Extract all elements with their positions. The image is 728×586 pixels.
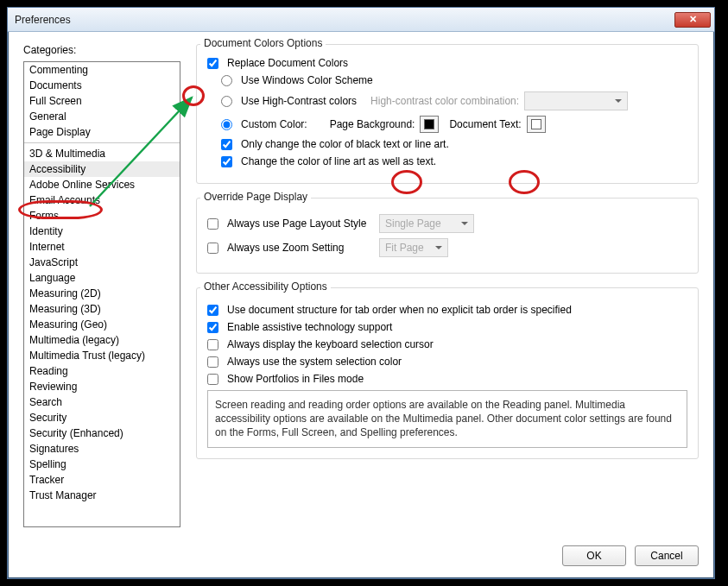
- label-portfolios: Show Portfolios in Files mode: [227, 373, 364, 385]
- swatch-page-background-color: [424, 119, 434, 129]
- list-item[interactable]: General: [24, 109, 180, 124]
- info-text: Screen reading and reading order options…: [207, 390, 687, 448]
- list-item[interactable]: Full Screen: [24, 93, 180, 109]
- cancel-button[interactable]: Cancel: [635, 545, 699, 566]
- radio-high-contrast[interactable]: [221, 96, 232, 107]
- list-item[interactable]: Search: [24, 394, 180, 410]
- list-item[interactable]: Measuring (2D): [24, 286, 180, 301]
- row-only-black: Only change the color of black text or l…: [221, 138, 687, 150]
- list-item[interactable]: Multimedia Trust (legacy): [24, 348, 180, 363]
- checkbox-layout[interactable]: [207, 218, 218, 230]
- label-zoom: Always use Zoom Setting: [227, 242, 374, 254]
- separator: [24, 142, 180, 143]
- group-legend: Document Colors Options: [200, 37, 326, 49]
- titlebar: Preferences ✕: [8, 8, 714, 32]
- row-sys-sel: Always use the system selection color: [207, 356, 687, 368]
- checkbox-portfolios[interactable]: [207, 374, 218, 385]
- list-item[interactable]: Page Display: [24, 124, 180, 140]
- close-button[interactable]: ✕: [674, 12, 711, 28]
- group-legend: Other Accessibility Options: [200, 280, 331, 293]
- ok-button[interactable]: OK: [562, 545, 626, 566]
- list-item[interactable]: Tracker: [24, 472, 180, 488]
- list-item[interactable]: Spelling: [24, 457, 180, 472]
- row-zoom: Always use Zoom Setting Fit Page: [207, 238, 687, 257]
- list-item[interactable]: Email Accounts: [24, 192, 180, 208]
- checkbox-replace-colors[interactable]: [207, 58, 218, 69]
- row-use-windows: Use Windows Color Scheme: [221, 74, 687, 86]
- list-item[interactable]: Reviewing: [24, 379, 180, 394]
- label-replace-colors: Replace Document Colors: [227, 57, 348, 69]
- settings-column: Document Colors Options Replace Document…: [196, 44, 699, 533]
- row-line-art: Change the color of line art as well as …: [221, 155, 687, 167]
- list-item[interactable]: Signatures: [24, 441, 180, 457]
- list-item[interactable]: Multimedia (legacy): [24, 332, 180, 348]
- close-icon: ✕: [689, 14, 697, 25]
- row-assistive: Enable assistive technology support: [207, 321, 687, 333]
- content-area: Categories: CommentingDocumentsFull Scre…: [8, 32, 714, 578]
- row-portfolios: Show Portfolios in Files mode: [207, 373, 687, 385]
- list-item[interactable]: Internet: [24, 239, 180, 255]
- list-item[interactable]: Measuring (Geo): [24, 317, 180, 332]
- label-line-art: Change the color of line art as well as …: [241, 155, 436, 167]
- swatch-document-text-color: [531, 119, 541, 129]
- row-custom-color: Custom Color: Page Background: Document …: [221, 116, 687, 133]
- list-item[interactable]: Forms: [24, 208, 180, 224]
- label-high-contrast: Use High-Contrast colors: [241, 95, 357, 107]
- row-tab-order: Use document structure for tab order whe…: [207, 304, 687, 316]
- preferences-window: Preferences ✕ Categories: CommentingDocu…: [7, 7, 715, 579]
- combo-zoom[interactable]: Fit Page: [379, 238, 448, 257]
- checkbox-tab-order[interactable]: [207, 305, 218, 316]
- list-item[interactable]: Language: [24, 270, 180, 286]
- list-item[interactable]: Security: [24, 410, 180, 425]
- list-item[interactable]: Measuring (3D): [24, 301, 180, 317]
- categories-label: Categories:: [23, 44, 180, 56]
- checkbox-assistive[interactable]: [207, 322, 218, 333]
- list-item[interactable]: Commenting: [24, 62, 180, 78]
- list-item[interactable]: Adobe Online Services: [24, 177, 180, 192]
- label-windows-scheme: Use Windows Color Scheme: [241, 74, 373, 86]
- radio-windows-scheme[interactable]: [221, 75, 232, 86]
- label-high-contrast-combo: High-contrast color combination:: [370, 95, 519, 107]
- label-page-bg: Page Background:: [330, 118, 415, 130]
- label-sys-sel: Always use the system selection color: [227, 356, 402, 368]
- combo-zoom-value: Fit Page: [385, 242, 424, 254]
- list-item[interactable]: Trust Manager: [24, 488, 180, 503]
- label-kb-cursor: Always display the keyboard selection cu…: [227, 338, 434, 350]
- row-replace-colors: Replace Document Colors: [207, 57, 687, 69]
- checkbox-only-black[interactable]: [221, 139, 232, 150]
- row-kb-cursor: Always display the keyboard selection cu…: [207, 338, 687, 350]
- row-layout: Always use Page Layout Style Single Page: [207, 214, 687, 233]
- list-item[interactable]: Security (Enhanced): [24, 425, 180, 441]
- radio-custom-color[interactable]: [221, 119, 232, 130]
- label-tab-order: Use document structure for tab order whe…: [227, 304, 572, 316]
- list-item[interactable]: JavaScript: [24, 255, 180, 270]
- row-high-contrast: Use High-Contrast colors High-contrast c…: [221, 91, 687, 110]
- categories-list[interactable]: CommentingDocumentsFull ScreenGeneralPag…: [23, 61, 180, 527]
- swatch-document-text[interactable]: [527, 116, 546, 133]
- list-item[interactable]: 3D & Multimedia: [24, 146, 180, 161]
- combo-layout[interactable]: Single Page: [379, 214, 474, 233]
- label-custom-color: Custom Color:: [241, 118, 307, 130]
- list-item[interactable]: Reading: [24, 363, 180, 379]
- dialog-buttons: OK Cancel: [562, 545, 699, 566]
- label-doc-text: Document Text:: [449, 118, 521, 130]
- combo-high-contrast[interactable]: [524, 91, 628, 110]
- list-item[interactable]: Identity: [24, 224, 180, 239]
- list-item[interactable]: Accessibility: [24, 161, 180, 177]
- combo-layout-value: Single Page: [385, 217, 441, 230]
- categories-column: Categories: CommentingDocumentsFull Scre…: [23, 44, 180, 533]
- label-layout: Always use Page Layout Style: [227, 217, 374, 230]
- checkbox-zoom[interactable]: [207, 243, 218, 254]
- label-only-black: Only change the color of black text or l…: [241, 138, 449, 150]
- group-override-display: Override Page Display Always use Page La…: [196, 198, 699, 274]
- checkbox-line-art[interactable]: [221, 156, 232, 167]
- group-other-accessibility: Other Accessibility Options Use document…: [196, 287, 699, 459]
- list-item[interactable]: Documents: [24, 78, 180, 93]
- group-legend: Override Page Display: [200, 191, 311, 203]
- window-title: Preferences: [15, 14, 674, 26]
- group-document-colors: Document Colors Options Replace Document…: [196, 44, 699, 184]
- label-assistive: Enable assistive technology support: [227, 321, 392, 333]
- swatch-page-background[interactable]: [420, 116, 439, 133]
- checkbox-sys-sel[interactable]: [207, 356, 218, 368]
- checkbox-kb-cursor[interactable]: [207, 339, 218, 350]
